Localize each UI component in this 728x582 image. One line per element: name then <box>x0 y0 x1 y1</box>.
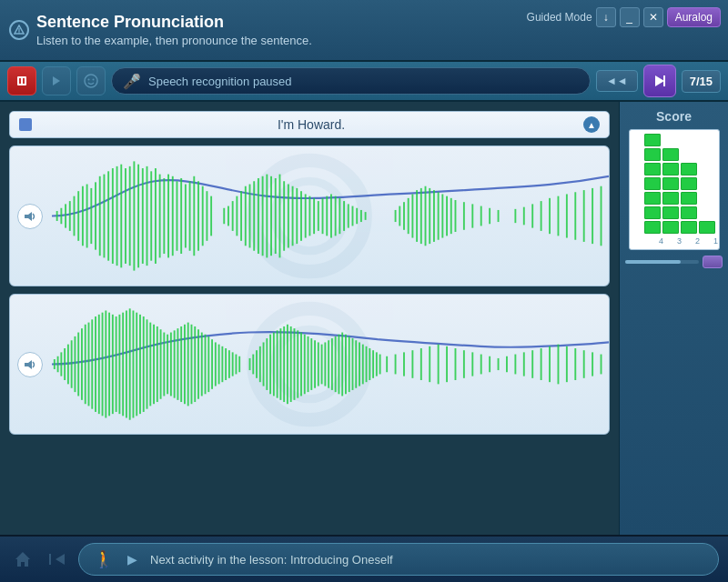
svg-rect-142 <box>149 323 151 406</box>
svg-rect-201 <box>359 342 360 386</box>
footer-back-button[interactable] <box>44 546 71 573</box>
svg-rect-213 <box>429 346 430 382</box>
play-button[interactable] <box>42 66 71 95</box>
svg-rect-202 <box>362 345 364 385</box>
svg-rect-187 <box>310 338 312 390</box>
svg-rect-204 <box>369 348 370 380</box>
svg-rect-32 <box>147 166 148 266</box>
main-content: I'm Howard. ▲ <box>0 102 728 535</box>
svg-rect-20 <box>95 182 96 249</box>
svg-rect-103 <box>523 207 525 226</box>
svg-rect-60 <box>275 178 277 254</box>
svg-rect-112 <box>601 186 602 246</box>
footer-play-button[interactable]: ▶ <box>123 550 141 568</box>
score-bar <box>644 192 661 205</box>
svg-rect-109 <box>574 192 576 239</box>
svg-rect-49 <box>228 206 229 226</box>
svg-rect-68 <box>308 196 310 236</box>
svg-rect-46 <box>206 191 207 241</box>
user-speaker-button[interactable] <box>17 352 43 377</box>
example-waveform <box>9 146 610 286</box>
svg-marker-113 <box>25 360 32 369</box>
svg-rect-116 <box>60 352 62 376</box>
svg-rect-150 <box>177 328 178 400</box>
score-bar <box>644 163 661 176</box>
svg-rect-148 <box>170 333 172 396</box>
score-bar <box>681 192 697 205</box>
left-panel: I'm Howard. ▲ <box>0 102 619 535</box>
forward-button[interactable] <box>643 65 676 97</box>
svg-rect-196 <box>341 333 343 396</box>
svg-rect-128 <box>102 313 104 416</box>
svg-rect-197 <box>345 335 347 395</box>
svg-rect-172 <box>259 346 261 382</box>
download-button[interactable]: ↓ <box>596 7 616 27</box>
svg-rect-55 <box>253 181 255 251</box>
back-button[interactable]: ◄◄ <box>596 70 638 92</box>
sentence-bar: I'm Howard. ▲ <box>9 111 610 138</box>
auralog-button[interactable]: Auralog <box>667 7 721 27</box>
svg-rect-56 <box>258 178 259 254</box>
svg-rect-134 <box>122 313 124 416</box>
svg-rect-117 <box>64 348 66 380</box>
score-slider-thumb[interactable] <box>703 256 723 268</box>
svg-rect-141 <box>147 319 148 408</box>
score-slider-container <box>625 256 723 268</box>
close-button[interactable]: ✕ <box>643 7 663 27</box>
score-panel: Score <box>619 102 728 535</box>
svg-rect-34 <box>155 168 157 264</box>
svg-rect-162 <box>218 345 220 385</box>
sentence-indicator <box>19 118 32 131</box>
svg-rect-48 <box>223 208 225 224</box>
svg-rect-168 <box>238 356 240 372</box>
svg-rect-118 <box>67 345 69 385</box>
svg-point-2 <box>18 32 20 34</box>
score-bar <box>681 206 697 219</box>
svg-rect-140 <box>143 316 145 412</box>
svg-rect-190 <box>321 345 323 385</box>
page-subtitle: Listen to the example, then pronounce th… <box>36 34 312 47</box>
score-label-2: 2 <box>690 236 706 246</box>
mic-icon: 🎤 <box>123 73 141 90</box>
svg-rect-84 <box>403 202 405 230</box>
svg-rect-104 <box>531 204 533 227</box>
svg-rect-233 <box>601 355 602 375</box>
info-icon[interactable]: ▲ <box>583 116 600 133</box>
svg-rect-214 <box>438 345 440 385</box>
minimize-button[interactable]: _ <box>620 7 640 27</box>
stop-button[interactable] <box>7 66 36 95</box>
svg-rect-215 <box>446 346 448 382</box>
svg-rect-47 <box>210 196 212 236</box>
footer-next-bar: 🚶 ▶ Next activity in the lesson: Introdu… <box>78 543 719 576</box>
svg-rect-11 <box>56 211 58 221</box>
svg-rect-151 <box>180 326 182 402</box>
svg-rect-218 <box>471 352 473 376</box>
svg-rect-137 <box>133 310 135 417</box>
svg-rect-191 <box>324 342 326 386</box>
svg-rect-126 <box>95 316 96 412</box>
svg-rect-53 <box>245 186 247 246</box>
svg-rect-157 <box>201 333 203 396</box>
svg-rect-210 <box>403 352 405 376</box>
score-row-7 <box>633 221 715 234</box>
user-waveform <box>9 294 610 435</box>
progress-badge: 7/15 <box>682 70 721 93</box>
score-bar <box>699 221 715 234</box>
footer-home-button[interactable] <box>9 546 36 573</box>
smiley-button[interactable] <box>76 66 106 95</box>
example-speaker-button[interactable] <box>17 204 43 229</box>
svg-rect-66 <box>300 191 302 241</box>
svg-rect-180 <box>287 325 288 404</box>
svg-rect-102 <box>514 209 516 223</box>
svg-marker-4 <box>53 76 60 85</box>
svg-rect-115 <box>57 356 59 372</box>
svg-rect-97 <box>463 202 465 230</box>
svg-rect-12 <box>60 208 62 224</box>
svg-rect-93 <box>441 194 443 237</box>
svg-rect-216 <box>455 348 457 380</box>
svg-rect-71 <box>322 198 324 234</box>
svg-rect-27 <box>125 168 126 264</box>
svg-rect-227 <box>549 346 551 382</box>
score-bar <box>662 221 679 234</box>
svg-rect-92 <box>438 192 440 239</box>
